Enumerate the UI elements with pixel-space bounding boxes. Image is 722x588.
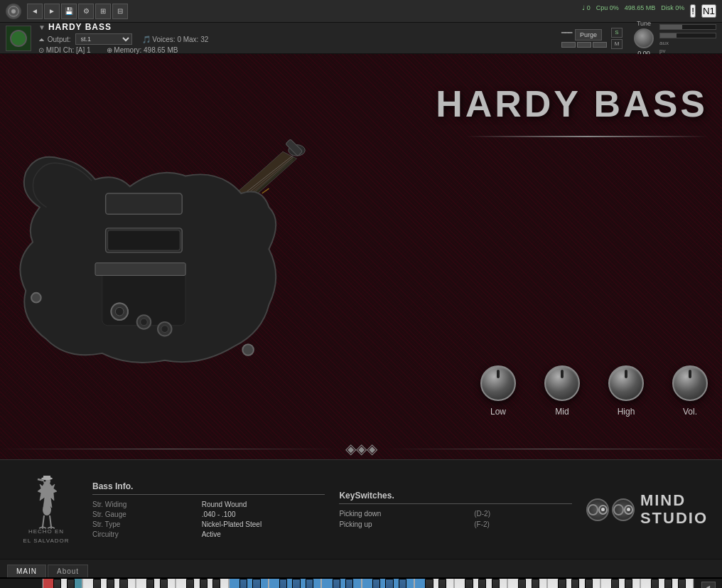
vol-knob-group: Vol.	[672, 365, 708, 417]
purge-button[interactable]: Purge	[575, 29, 602, 41]
piano-black-key[interactable]	[292, 579, 300, 588]
piano-black-key[interactable]	[279, 579, 287, 588]
piano-black-key[interactable]	[611, 579, 619, 588]
ms-icon-2	[612, 498, 635, 521]
piano-black-key[interactable]	[571, 579, 579, 588]
piano-black-key[interactable]	[425, 579, 433, 588]
nav-next-button[interactable]: ►	[44, 4, 60, 19]
piano-black-key[interactable]	[438, 579, 446, 588]
piano-black-key[interactable]	[585, 579, 593, 588]
output-label: ⏶ Output:	[38, 36, 71, 43]
divider-right	[384, 449, 723, 449]
memory-stat: 498.65 MB	[625, 4, 656, 18]
mid-knob-group: Mid	[544, 365, 580, 417]
solo-button[interactable]: S	[611, 28, 623, 38]
mid-label: Mid	[555, 407, 569, 417]
piano-black-key[interactable]	[186, 579, 194, 588]
title-underline	[466, 136, 708, 137]
svg-rect-17	[95, 263, 185, 276]
output-row: ⏶ Output: st.1 🎵 Voices: 0 Max: 32	[38, 33, 208, 45]
alert-button[interactable]: !	[690, 4, 696, 18]
piano-black-key[interactable]	[107, 579, 114, 588]
piano-black-key[interactable]	[399, 579, 406, 588]
cpu-stat: Cpu 0%	[596, 4, 619, 18]
piano-black-key[interactable]	[146, 579, 154, 588]
bass-info-table: Str. Widing Round Wound Str. Gauge .040 …	[92, 501, 325, 538]
piano-black-key[interactable]	[200, 579, 208, 588]
piano-black-key[interactable]	[93, 579, 101, 588]
nav-prev-button[interactable]: ◄	[27, 4, 43, 19]
tab-about[interactable]: About	[48, 565, 88, 577]
bird-logo: HECHO EN EL SALVADOR	[14, 476, 78, 544]
piano-black-key[interactable]	[53, 579, 61, 588]
tab-main[interactable]: MAIN	[7, 565, 46, 577]
piano-black-key[interactable]	[478, 579, 486, 588]
ms-icons	[586, 498, 635, 521]
mute-button[interactable]: M	[611, 39, 623, 49]
svg-rect-41	[43, 476, 50, 479]
piano-black-key[interactable]	[345, 579, 353, 588]
svg-line-8	[262, 188, 269, 193]
svg-rect-15	[108, 230, 180, 250]
svg-point-22	[141, 319, 148, 326]
piano-black-key[interactable]	[212, 579, 220, 588]
piano-black-key[interactable]	[664, 579, 672, 588]
ms-icon-1	[586, 498, 609, 521]
low-knob[interactable]	[480, 365, 516, 401]
tune-knob[interactable]	[634, 28, 654, 48]
piano-black-key[interactable]	[67, 579, 75, 588]
piano-black-key[interactable]	[160, 579, 168, 588]
scroll-left-button[interactable]: ◄	[701, 582, 716, 588]
str-type-key: Str. Type	[92, 520, 190, 528]
divider-row: ◈◈◈	[0, 438, 722, 459]
piano-black-key[interactable]	[372, 579, 380, 588]
info-section: HECHO EN EL SALVADOR Bass Info. Str. Wid…	[0, 459, 722, 559]
salvador-text: EL SALVADOR	[23, 538, 69, 544]
voices-label: 🎵 Voices: 0 Max: 32	[142, 36, 209, 43]
ms-line1: MIND	[640, 492, 708, 509]
n-button[interactable]: N1	[701, 4, 716, 18]
piano-section: ▲ +0 ▼ ◄ ►	[0, 577, 722, 588]
keyswitches-section: KeySwitches. Picking down (D-2) Picking …	[339, 491, 571, 528]
divider-ornament: ◈◈◈	[338, 440, 384, 457]
minimize-button[interactable]: ⊟	[112, 4, 128, 19]
svg-point-25	[242, 344, 254, 356]
piano-black-key[interactable]	[385, 579, 393, 588]
piano-black-key[interactable]	[465, 579, 473, 588]
svg-line-31	[50, 515, 51, 527]
piano-black-key[interactable]	[558, 579, 566, 588]
mind-studio-logo: MIND STUDIO	[586, 492, 708, 526]
high-knob[interactable]	[608, 365, 644, 401]
tune-bar-top	[659, 24, 716, 30]
piano-black-key[interactable]	[678, 579, 686, 588]
piano-black-key[interactable]	[306, 579, 313, 588]
save-button[interactable]: 💾	[61, 4, 77, 19]
piano-black-key[interactable]	[625, 579, 632, 588]
piano-black-key[interactable]	[492, 579, 500, 588]
ms-text-block: MIND STUDIO	[640, 492, 708, 526]
top-bar: ◄ ► 💾 ⚙ ⊞ ⊟ ♩ 0 Cpu 0% 498.65 MB Disk 0%…	[0, 0, 722, 23]
piano-black-key[interactable]	[333, 579, 340, 588]
mid-knob[interactable]	[544, 365, 580, 401]
ks-picking-up-name: Picking up	[339, 520, 463, 528]
bird-image	[27, 476, 66, 525]
piano-black-key[interactable]	[518, 579, 526, 588]
tune-section: Tune 0.00 aux pv	[634, 20, 716, 57]
piano-black-key[interactable]	[252, 579, 260, 588]
piano-scroll-area: ◄ ►	[694, 579, 722, 588]
svg-point-1	[11, 9, 16, 14]
piano-black-key[interactable]	[532, 579, 539, 588]
piano-black-key[interactable]	[239, 579, 247, 588]
output-select[interactable]: st.1	[75, 33, 132, 45]
instrument-header: ▼ HARDY BASS ⏶ Output: st.1 🎵 Voices: 0 …	[0, 23, 722, 54]
svg-point-20	[115, 307, 124, 316]
midi-stat: ♩ 0	[582, 4, 591, 18]
layout-button[interactable]: ⊞	[95, 4, 111, 19]
str-widing-val: Round Wound	[202, 501, 325, 508]
vol-knob[interactable]	[672, 365, 708, 401]
settings-button[interactable]: ⚙	[78, 4, 94, 19]
piano-black-key[interactable]	[651, 579, 659, 588]
eq-knobs-section: Low Mid High Vol.	[480, 365, 708, 417]
piano-black-key[interactable]	[119, 579, 127, 588]
instrument-main-title: HARDY BASS	[436, 82, 708, 125]
